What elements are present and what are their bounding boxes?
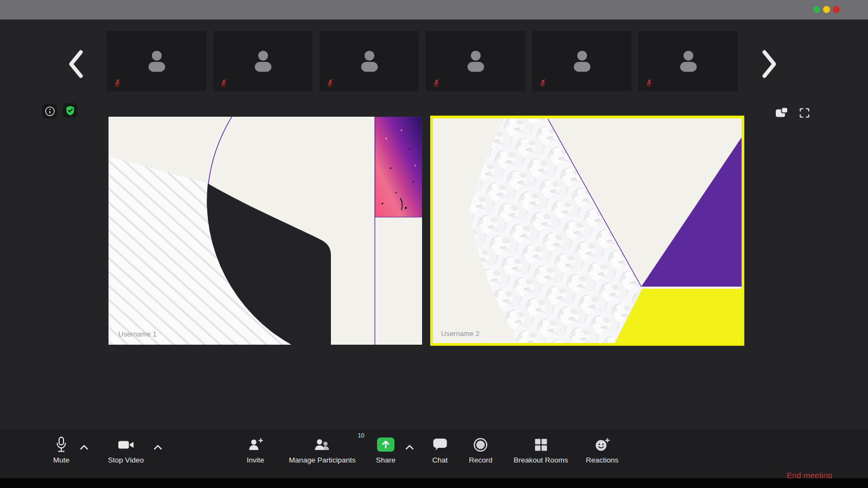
fullscreen-button[interactable] [800,108,809,120]
chevron-up-icon [79,444,89,451]
manage-participants-label: Manage Participants [289,456,355,464]
meeting-window: Username 1 [0,0,868,488]
meeting-info-button[interactable] [42,104,57,118]
traffic-light-green-icon[interactable] [813,6,820,13]
person-avatar-icon [357,48,382,73]
meeting-content: Username 1 [0,20,868,478]
share-options-chevron[interactable] [405,443,414,453]
chat-bubble-icon [433,438,448,451]
participant-thumbnail[interactable] [532,31,631,91]
chevron-right-icon [760,49,779,79]
person-avatar-icon [144,48,169,73]
participant-thumbnail[interactable] [213,31,312,91]
title-bar [0,0,868,20]
participant-thumbnail[interactable] [107,31,206,91]
chat-label: Chat [432,456,448,464]
traffic-light-yellow-icon[interactable] [823,6,830,13]
participant-thumbnail[interactable] [426,31,525,91]
participant-thumbnail[interactable] [639,31,738,91]
switch-view-button[interactable] [775,107,788,120]
breakout-rooms-button[interactable]: Breakout Rooms [514,436,569,464]
participants-icon [314,438,331,451]
person-avatar-icon [251,48,276,73]
next-participants-button[interactable] [760,49,779,80]
invite-label: Invite [247,456,264,464]
security-shield-icon [65,105,76,116]
breakout-rooms-label: Breakout Rooms [514,456,569,464]
info-icon [44,106,55,117]
share-label: Share [376,456,395,464]
participants-count-badge: 10 [358,432,365,439]
toolbar: Mute Stop Video [0,429,868,478]
manage-participants-button[interactable]: 10 Manage Participants [289,436,355,464]
mute-label: Mute [53,456,69,464]
participants-strip [107,31,738,91]
video-feed-art-1 [108,117,422,345]
record-icon [474,438,488,452]
person-avatar-icon [676,48,701,73]
fullscreen-icon [800,108,809,118]
record-label: Record [469,456,493,464]
chat-button[interactable]: Chat [432,436,448,464]
participant-name-label: Username 1 [118,330,157,338]
chevron-up-icon [405,444,414,451]
video-tile-1[interactable]: Username 1 [108,117,422,345]
reactions-smiley-icon [595,438,610,452]
previous-participants-button[interactable] [66,49,86,80]
chevron-up-icon [153,444,163,451]
chevron-left-icon [66,49,86,79]
share-screen-icon [376,437,395,452]
video-camera-icon [118,439,134,451]
bottom-black-band [0,478,868,488]
muted-mic-icon [539,79,546,87]
muted-mic-icon [114,79,121,87]
share-button[interactable]: Share [376,436,395,464]
muted-mic-icon [220,79,227,87]
stop-video-button[interactable]: Stop Video [108,436,144,464]
gallery-view-icon [775,107,788,118]
invite-person-add-icon [248,438,263,451]
participant-thumbnail[interactable] [320,31,419,91]
person-avatar-icon [463,48,488,73]
stop-video-options-chevron[interactable] [153,443,163,453]
stop-video-label: Stop Video [108,456,144,464]
muted-mic-icon [327,79,334,87]
reactions-button[interactable]: Reactions [586,436,618,464]
invite-button[interactable]: Invite [247,436,264,464]
video-feed-art-2 [430,116,744,346]
record-button[interactable]: Record [469,436,493,464]
muted-mic-icon [646,79,653,87]
microphone-icon [55,436,67,453]
reactions-label: Reactions [586,456,618,464]
security-button[interactable] [63,103,78,118]
video-tile-2[interactable]: Username 2 [430,116,744,346]
breakout-rooms-grid-icon [534,438,547,452]
muted-mic-icon [433,79,440,87]
person-avatar-icon [570,48,595,73]
mute-options-chevron[interactable] [79,443,89,453]
traffic-light-red-icon[interactable] [833,6,840,13]
participant-name-label: Username 2 [441,329,480,338]
mute-button[interactable]: Mute [53,436,69,464]
